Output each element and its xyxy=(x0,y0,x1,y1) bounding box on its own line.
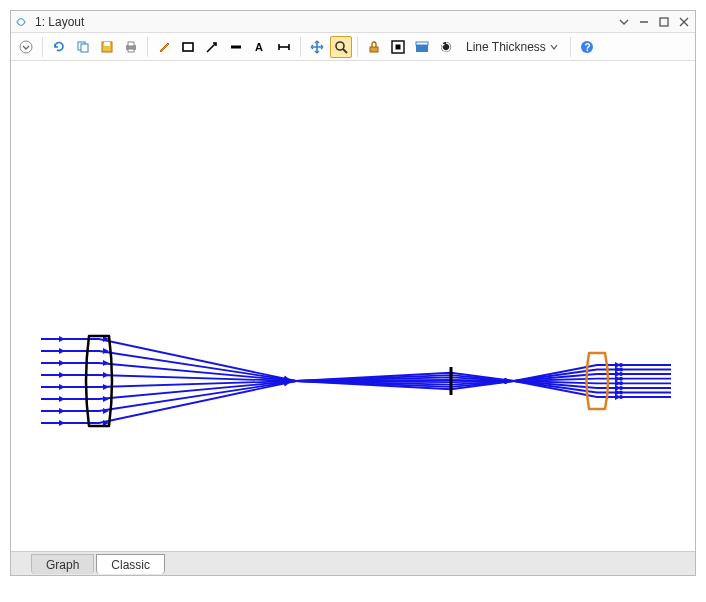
tab-graph[interactable]: Graph xyxy=(31,554,94,574)
svg-point-29 xyxy=(619,372,623,376)
svg-point-34 xyxy=(619,395,623,399)
dropdown-caret-icon[interactable] xyxy=(617,15,631,29)
svg-rect-19 xyxy=(370,47,378,52)
reset-rotation-button[interactable] xyxy=(435,36,457,58)
dimension-button[interactable] xyxy=(273,36,295,58)
optical-layout-diagram xyxy=(11,61,695,551)
svg-rect-23 xyxy=(416,42,428,45)
svg-text:A: A xyxy=(255,41,263,53)
svg-text:?: ? xyxy=(584,42,590,53)
arrow-button[interactable] xyxy=(201,36,223,58)
line-thickness-label: Line Thickness xyxy=(466,40,546,54)
window-controls xyxy=(617,15,691,29)
svg-rect-4 xyxy=(81,44,88,52)
svg-rect-10 xyxy=(183,43,193,51)
svg-rect-21 xyxy=(396,44,401,49)
svg-rect-6 xyxy=(104,42,110,46)
svg-line-18 xyxy=(343,49,347,53)
svg-rect-8 xyxy=(128,42,134,46)
svg-point-30 xyxy=(619,377,623,381)
svg-point-28 xyxy=(619,368,623,372)
tabstrip: Graph Classic xyxy=(11,551,695,575)
app-icon xyxy=(15,15,29,29)
help-button[interactable]: ? xyxy=(576,36,598,58)
maximize-button[interactable] xyxy=(657,15,671,29)
svg-line-11 xyxy=(207,43,216,52)
copy-button[interactable] xyxy=(72,36,94,58)
line-button[interactable] xyxy=(225,36,247,58)
window-layout-button[interactable] xyxy=(411,36,433,58)
zoom-button[interactable] xyxy=(330,36,352,58)
pencil-button[interactable] xyxy=(153,36,175,58)
rectangle-button[interactable] xyxy=(177,36,199,58)
svg-point-31 xyxy=(619,381,623,385)
layout-canvas[interactable] xyxy=(11,61,695,551)
print-button[interactable] xyxy=(120,36,142,58)
line-thickness-dropdown[interactable]: Line Thickness xyxy=(459,36,565,58)
tab-graph-label: Graph xyxy=(46,558,79,572)
minimize-button[interactable] xyxy=(637,15,651,29)
save-button[interactable] xyxy=(96,36,118,58)
pan-button[interactable] xyxy=(306,36,328,58)
close-button[interactable] xyxy=(677,15,691,29)
svg-point-33 xyxy=(619,391,623,395)
svg-point-17 xyxy=(336,42,344,50)
refresh-button[interactable] xyxy=(48,36,70,58)
titlebar: 1: Layout xyxy=(11,11,695,33)
tab-classic[interactable]: Classic xyxy=(96,554,165,574)
toolbar: A Line Thickness ? xyxy=(11,33,695,61)
caret-down-icon xyxy=(550,43,558,51)
tab-classic-label: Classic xyxy=(111,558,150,572)
svg-point-32 xyxy=(619,386,623,390)
lock-button[interactable] xyxy=(363,36,385,58)
svg-point-2 xyxy=(20,41,32,53)
expand-chevron-button[interactable] xyxy=(15,36,37,58)
fit-button[interactable] xyxy=(387,36,409,58)
svg-rect-9 xyxy=(128,49,134,52)
svg-point-27 xyxy=(619,363,623,367)
text-button[interactable]: A xyxy=(249,36,271,58)
svg-rect-1 xyxy=(660,18,668,26)
layout-window: 1: Layout xyxy=(10,10,696,576)
window-title: 1: Layout xyxy=(35,15,617,29)
